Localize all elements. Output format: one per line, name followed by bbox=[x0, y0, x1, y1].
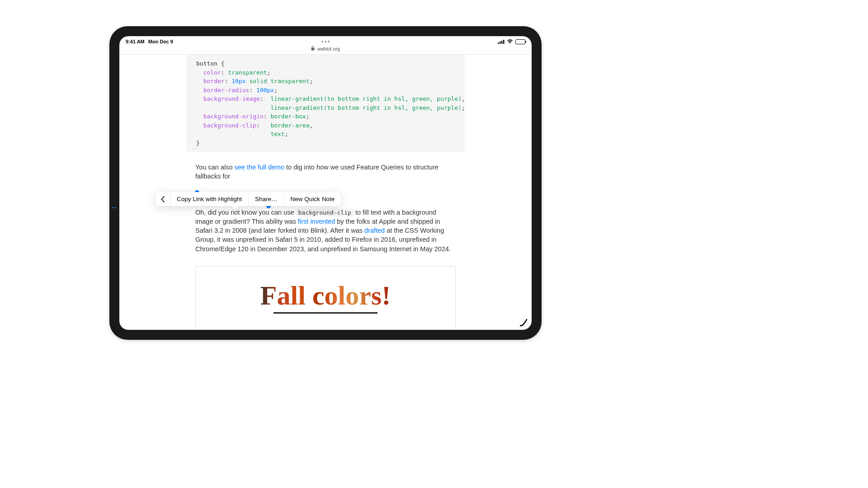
code-val: linear-gradient(to bottom right in hsl, … bbox=[270, 104, 462, 111]
text-selection-menu: Copy Link with Highlight Share… New Quic… bbox=[156, 192, 341, 206]
code-prop: color bbox=[203, 69, 221, 76]
copy-link-highlight-button[interactable]: Copy Link with Highlight bbox=[170, 192, 249, 206]
code-selector: button { bbox=[196, 60, 225, 67]
prose-text: You can also bbox=[195, 164, 235, 171]
code-val: border-area bbox=[270, 122, 309, 129]
code-val: border-box bbox=[270, 113, 306, 120]
code-val: linear-gradient(to bottom right in hsl, … bbox=[270, 95, 462, 102]
multitask-dots[interactable] bbox=[321, 41, 330, 42]
prose-paragraph: You can also see the full demo to dig in… bbox=[195, 163, 456, 181]
new-quick-note-button[interactable]: New Quick Note bbox=[284, 192, 341, 206]
ipad-screen: 9:41 AM Mon Dec 9 webkit.org bbox=[119, 36, 532, 330]
web-content[interactable]: button { color: transparent; border: 10p… bbox=[119, 55, 532, 327]
status-bar: 9:41 AM Mon Dec 9 bbox=[119, 36, 532, 45]
fall-colors-text: Fall colors! bbox=[260, 280, 391, 311]
first-invented-link[interactable]: first invented bbox=[298, 218, 335, 225]
code-block: button { color: transparent; border: 10p… bbox=[186, 55, 465, 152]
svg-rect-2 bbox=[501, 41, 503, 44]
code-prop: background-image bbox=[203, 95, 260, 102]
battery-icon bbox=[515, 39, 525, 44]
status-date: Mon Dec 9 bbox=[148, 39, 173, 44]
url-bar[interactable]: webkit.org bbox=[119, 45, 532, 55]
demo-link[interactable]: see the full demo bbox=[235, 164, 284, 171]
code-prop: background-clip bbox=[203, 122, 256, 129]
status-right bbox=[498, 39, 525, 44]
lock-icon bbox=[311, 46, 315, 52]
ipad-device-frame: 9:41 AM Mon Dec 9 webkit.org bbox=[109, 26, 542, 340]
svg-rect-3 bbox=[503, 40, 505, 44]
fall-underline bbox=[274, 312, 377, 314]
code-prop: border bbox=[203, 78, 225, 84]
scribble-icon[interactable] bbox=[519, 318, 528, 327]
code-close: } bbox=[196, 140, 200, 146]
code-num: 10px bbox=[231, 78, 245, 84]
wifi-icon bbox=[507, 39, 513, 44]
inline-code: background-clip bbox=[296, 209, 353, 216]
code-val: transparent bbox=[228, 69, 267, 76]
share-button[interactable]: Share… bbox=[249, 192, 284, 206]
svg-rect-0 bbox=[498, 42, 499, 44]
demo-figure: Fall colors! bbox=[195, 266, 456, 327]
code-prop: border-radius bbox=[203, 87, 250, 94]
code-num: 100px bbox=[256, 87, 274, 94]
chevron-left-icon bbox=[161, 196, 165, 202]
side-indicator bbox=[111, 207, 117, 208]
signal-icon bbox=[498, 39, 505, 44]
status-left: 9:41 AM Mon Dec 9 bbox=[126, 39, 173, 44]
code-prop: background-origin bbox=[203, 113, 264, 120]
url-host: webkit.org bbox=[317, 46, 340, 52]
code-val: text bbox=[270, 131, 284, 137]
svg-rect-4 bbox=[311, 48, 314, 51]
prose-text: Oh, did you not know you can use bbox=[195, 209, 296, 216]
svg-rect-1 bbox=[500, 42, 501, 44]
prose-paragraph: Oh, did you not know you can use backgro… bbox=[195, 208, 456, 253]
code-val: solid transparent bbox=[249, 78, 309, 84]
drafted-link[interactable]: drafted bbox=[364, 227, 385, 234]
status-time: 9:41 AM bbox=[126, 39, 145, 44]
menu-back-button[interactable] bbox=[156, 192, 170, 206]
